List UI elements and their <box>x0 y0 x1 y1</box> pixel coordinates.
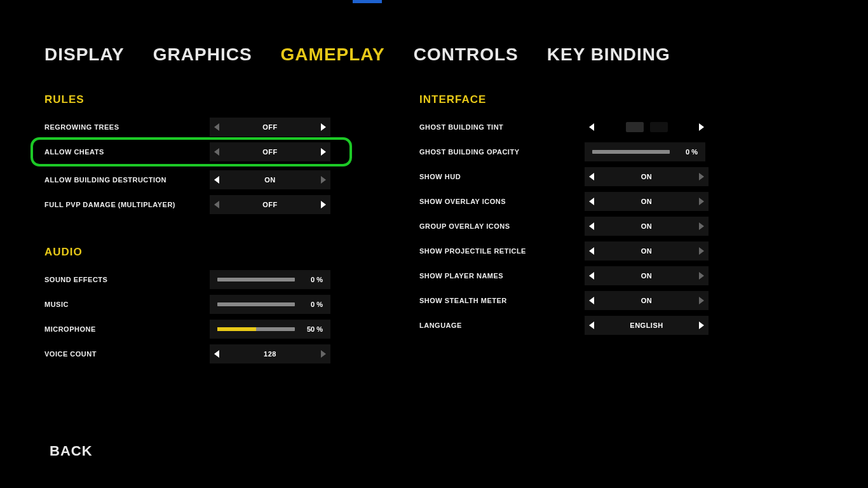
slider-track[interactable] <box>592 150 670 154</box>
section-interface-title: INTERFACE <box>419 93 718 106</box>
tab-display[interactable]: DISPLAY <box>44 44 125 65</box>
slider-track[interactable] <box>217 327 295 331</box>
selector-show-hud[interactable]: ON <box>585 167 709 186</box>
label-show-hud: SHOW HUD <box>419 173 585 180</box>
label-ghost-opacity: GHOST BUILDING OPACITY <box>419 148 585 156</box>
value-music: 0 % <box>302 301 323 308</box>
arrow-right-icon[interactable] <box>316 195 330 214</box>
arrow-left-icon[interactable] <box>210 142 224 161</box>
swatch[interactable] <box>626 122 644 132</box>
row-show-names: SHOW PLAYER NAMES ON <box>419 266 718 285</box>
arrow-left-icon[interactable] <box>585 316 599 335</box>
row-ghost-opacity: GHOST BUILDING OPACITY 0 % <box>419 142 718 161</box>
selector-regrowing-trees[interactable]: OFF <box>210 118 330 137</box>
label-voice-count: VOICE COUNT <box>44 350 210 358</box>
label-sound-effects: SOUND EFFECTS <box>44 276 210 283</box>
value-show-reticle: ON <box>599 247 695 255</box>
arrow-left-icon[interactable] <box>210 118 224 137</box>
label-show-overlay: SHOW OVERLAY ICONS <box>419 198 585 205</box>
label-allow-cheats: ALLOW CHEATS <box>44 148 210 156</box>
row-regrowing-trees: REGROWING TREES OFF <box>44 118 343 137</box>
arrow-right-icon[interactable] <box>316 170 330 189</box>
arrow-left-icon[interactable] <box>585 241 599 261</box>
row-sound-effects: SOUND EFFECTS 0 % <box>44 270 343 289</box>
value-show-hud: ON <box>599 173 695 180</box>
tab-keybinding[interactable]: KEY BINDING <box>547 44 670 65</box>
arrow-left-icon[interactable] <box>210 344 224 363</box>
selector-show-overlay[interactable]: ON <box>585 192 709 211</box>
arrow-right-icon[interactable] <box>695 118 709 137</box>
arrow-left-icon[interactable] <box>585 217 599 236</box>
arrow-right-icon[interactable] <box>695 192 709 211</box>
value-voice-count: 128 <box>224 350 316 358</box>
selector-allow-cheats[interactable]: OFF <box>210 142 330 161</box>
value-group-overlay: ON <box>599 222 695 230</box>
slider-music[interactable]: 0 % <box>210 295 330 314</box>
arrow-left-icon[interactable] <box>585 167 599 186</box>
arrow-left-icon[interactable] <box>585 266 599 285</box>
row-group-overlay: GROUP OVERLAY ICONS ON <box>419 217 718 236</box>
value-regrowing-trees: OFF <box>224 123 316 131</box>
value-full-pvp: OFF <box>224 201 316 208</box>
arrow-right-icon[interactable] <box>695 167 709 186</box>
arrow-left-icon[interactable] <box>210 170 224 189</box>
value-microphone: 50 % <box>302 325 323 333</box>
selector-allow-building-destruction[interactable]: ON <box>210 170 330 189</box>
settings-tabs: DISPLAY GRAPHICS GAMEPLAY CONTROLS KEY B… <box>44 44 824 65</box>
slider-track[interactable] <box>217 302 295 306</box>
swatch[interactable] <box>650 122 668 132</box>
label-ghost-tint: GHOST BUILDING TINT <box>419 123 585 131</box>
arrow-left-icon[interactable] <box>210 195 224 214</box>
row-full-pvp: FULL PVP DAMAGE (MULTIPLAYER) OFF <box>44 195 343 214</box>
value-sound-effects: 0 % <box>302 276 323 283</box>
selector-voice-count[interactable]: 128 <box>210 344 330 363</box>
arrow-right-icon[interactable] <box>695 316 709 335</box>
row-microphone: MICROPHONE 50 % <box>44 320 343 339</box>
row-allow-building-destruction: ALLOW BUILDING DESTRUCTION ON <box>44 170 343 189</box>
selector-full-pvp[interactable]: OFF <box>210 195 330 214</box>
arrow-right-icon[interactable] <box>316 142 330 161</box>
selector-show-reticle[interactable]: ON <box>585 241 709 261</box>
arrow-right-icon[interactable] <box>695 266 709 285</box>
value-show-stealth: ON <box>599 297 695 304</box>
label-allow-building-destruction: ALLOW BUILDING DESTRUCTION <box>44 176 210 184</box>
slider-ghost-opacity[interactable]: 0 % <box>585 142 705 161</box>
row-show-reticle: SHOW PROJECTILE RETICLE ON <box>419 241 718 261</box>
arrow-right-icon[interactable] <box>316 118 330 137</box>
arrow-left-icon[interactable] <box>585 118 599 137</box>
label-show-reticle: SHOW PROJECTILE RETICLE <box>419 247 585 255</box>
label-regrowing-trees: REGROWING TREES <box>44 123 210 131</box>
label-show-stealth: SHOW STEALTH METER <box>419 297 585 304</box>
value-show-names: ON <box>599 272 695 280</box>
slider-microphone[interactable]: 50 % <box>210 320 330 339</box>
label-microphone: MICROPHONE <box>44 325 210 333</box>
arrow-right-icon[interactable] <box>695 241 709 261</box>
selector-show-stealth[interactable]: ON <box>585 291 709 310</box>
arrow-left-icon[interactable] <box>585 291 599 310</box>
arrow-right-icon[interactable] <box>316 344 330 363</box>
tab-gameplay[interactable]: GAMEPLAY <box>281 44 385 65</box>
selector-ghost-tint[interactable] <box>585 118 709 137</box>
selector-language[interactable]: ENGLISH <box>585 316 709 335</box>
row-allow-cheats: ALLOW CHEATS OFF <box>44 142 343 161</box>
swatches-ghost-tint <box>599 122 695 132</box>
arrow-left-icon[interactable] <box>585 192 599 211</box>
back-button[interactable]: BACK <box>50 443 93 459</box>
slider-sound-effects[interactable]: 0 % <box>210 270 330 289</box>
selector-show-names[interactable]: ON <box>585 266 709 285</box>
slider-track[interactable] <box>217 278 295 281</box>
label-full-pvp: FULL PVP DAMAGE (MULTIPLAYER) <box>44 201 210 208</box>
tab-controls[interactable]: CONTROLS <box>414 44 519 65</box>
value-ghost-opacity: 0 % <box>677 148 698 156</box>
label-music: MUSIC <box>44 301 210 308</box>
selector-group-overlay[interactable]: ON <box>585 217 709 236</box>
arrow-right-icon[interactable] <box>695 291 709 310</box>
value-show-overlay: ON <box>599 198 695 205</box>
arrow-right-icon[interactable] <box>695 217 709 236</box>
value-allow-building-destruction: ON <box>224 176 316 184</box>
label-group-overlay: GROUP OVERLAY ICONS <box>419 222 585 230</box>
row-music: MUSIC 0 % <box>44 295 343 314</box>
section-audio-title: AUDIO <box>44 246 343 259</box>
tab-graphics[interactable]: GRAPHICS <box>153 44 252 65</box>
value-language: ENGLISH <box>599 322 695 329</box>
